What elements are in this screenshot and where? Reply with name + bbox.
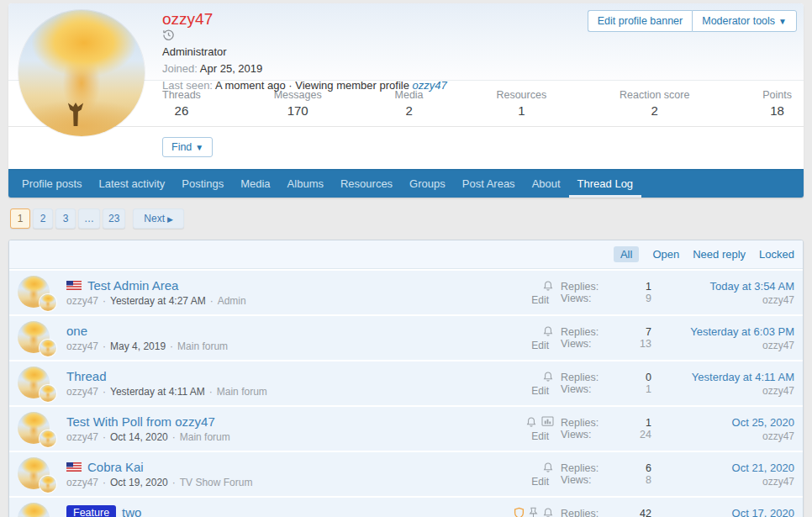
thread-stats: Replies:7 Views:13 [561, 326, 651, 350]
tab-albums[interactable]: Albums [279, 169, 332, 198]
page-ellipsis[interactable]: … [78, 208, 100, 229]
page-button-1[interactable]: 1 [10, 208, 30, 229]
edit-thread-link[interactable]: Edit [531, 385, 554, 397]
profile-head-info: ozzy47 Administrator Joined: Apr 25, 201… [162, 10, 447, 92]
thread-avatar[interactable] [18, 367, 58, 400]
stat-points[interactable]: Points 18 [762, 89, 792, 118]
find-button[interactable]: Find▼ [162, 137, 213, 157]
thread-forum[interactable]: Admin [218, 295, 246, 307]
thread-forum[interactable]: Main forum [180, 431, 230, 443]
thread-stats: Replies:6 Views:8 [561, 462, 651, 486]
thread-avatar[interactable] [18, 321, 58, 355]
thread-forum[interactable]: TV Show Forum [180, 477, 253, 488]
filter-need-reply[interactable]: Need reply [693, 248, 746, 261]
thread-meta: ozzy47·Yesterday at 4:27 AM·Admin [66, 295, 505, 307]
thread-title-link[interactable]: one [66, 324, 87, 338]
thread-author[interactable]: ozzy47 [66, 431, 98, 443]
last-post-date-link[interactable]: Today at 3:54 AM [651, 280, 794, 293]
thread-avatar[interactable] [18, 503, 58, 517]
thread-title-link[interactable]: Cobra Kai [87, 460, 144, 474]
thread-row: Feature two ozzy47·May 18, 2019·Main for… [9, 496, 803, 517]
last-post-date-link[interactable]: Yesterday at 4:11 AM [651, 371, 794, 383]
mini-avatar [40, 385, 56, 402]
thread-author[interactable]: ozzy47 [66, 386, 98, 398]
thread-main: Feature two ozzy47·May 18, 2019·Main for… [58, 505, 505, 517]
avatar[interactable] [18, 10, 145, 136]
bell-icon[interactable] [525, 416, 537, 428]
thread-stats: Replies:1 Views:24 [561, 417, 651, 441]
bell-icon[interactable] [542, 462, 554, 473]
tab-postings[interactable]: Postings [173, 169, 232, 198]
tab-latest-activity[interactable]: Latest activity [91, 169, 174, 198]
edit-thread-link[interactable]: Edit [531, 294, 554, 306]
thread-forum[interactable]: Main forum [177, 340, 228, 352]
replies-count: 42 [640, 508, 651, 517]
bell-icon[interactable] [542, 280, 554, 292]
tab-media[interactable]: Media [232, 169, 278, 198]
thread-last-post: Oct 25, 2020 ozzy47 [651, 416, 794, 442]
last-seen-line: Last seen: A moment ago · Viewing member… [162, 79, 447, 92]
bell-icon[interactable] [542, 507, 554, 517]
moderator-tools-button[interactable]: Moderator tools▼ [692, 10, 797, 32]
tab-groups[interactable]: Groups [401, 169, 454, 198]
thread-author[interactable]: ozzy47 [66, 295, 98, 307]
last-post-date-link[interactable]: Yesterday at 6:03 PM [651, 325, 794, 338]
edit-thread-link[interactable]: Edit [531, 430, 554, 442]
edit-profile-banner-button[interactable]: Edit profile banner [588, 10, 692, 32]
stat-reaction-score[interactable]: Reaction score 2 [620, 89, 689, 118]
thread-forum[interactable]: Main forum [217, 386, 267, 398]
thread-author[interactable]: ozzy47 [66, 340, 98, 352]
thread-title-link[interactable]: Thread [66, 369, 107, 383]
views-count: 1 [646, 383, 651, 395]
thread-date[interactable]: Oct 19, 2020 [110, 477, 168, 488]
pagination-top: 1 2 3 … 23 Next▶ [10, 208, 802, 229]
thread-date[interactable]: Oct 14, 2020 [110, 431, 168, 443]
edit-thread-link[interactable]: Edit [531, 476, 554, 488]
filter-open[interactable]: Open [652, 248, 679, 261]
user-role: Administrator [162, 45, 447, 58]
mini-avatar [40, 430, 56, 447]
thread-title-link[interactable]: Test With Poll from ozzy47 [66, 414, 215, 429]
thread-date[interactable]: Yesterday at 4:11 AM [110, 386, 205, 398]
page-button-3[interactable]: 3 [55, 208, 76, 229]
thread-row: Test With Poll from ozzy47 ozzy47·Oct 14… [9, 405, 803, 451]
last-post-author[interactable]: ozzy47 [651, 294, 794, 306]
bell-icon[interactable] [542, 325, 554, 337]
tab-profile-posts[interactable]: Profile posts [13, 169, 91, 198]
last-post-date-link[interactable]: Oct 25, 2020 [651, 416, 794, 429]
stat-resources[interactable]: Resources 1 [496, 89, 546, 118]
tab-resources[interactable]: Resources [332, 169, 401, 198]
next-page-button[interactable]: Next▶ [133, 208, 184, 229]
thread-avatar[interactable] [18, 276, 58, 309]
thread-date[interactable]: May 4, 2019 [110, 340, 166, 352]
bell-icon[interactable] [542, 371, 554, 382]
last-post-author[interactable]: ozzy47 [651, 385, 794, 397]
tab-about[interactable]: About [524, 169, 569, 198]
thread-title-link[interactable]: two [122, 505, 141, 517]
thread-last-post: Oct 21, 2020 ozzy47 [651, 462, 794, 488]
last-post-date-link[interactable]: Oct 21, 2020 [651, 462, 794, 474]
stat-media[interactable]: Media 2 [395, 89, 424, 118]
stat-messages[interactable]: Messages 170 [274, 89, 322, 118]
tab-thread-log[interactable]: Thread Log [569, 169, 642, 198]
thread-filter-bar: All Open Need reply Locked [9, 240, 803, 269]
filter-all[interactable]: All [614, 246, 639, 262]
thread-avatar[interactable] [18, 412, 58, 446]
stat-threads[interactable]: Threads 26 [162, 89, 201, 118]
last-post-date-link[interactable]: Oct 17, 2020 [651, 507, 794, 517]
thread-title-link[interactable]: Test Admin Area [87, 278, 178, 293]
viewing-profile-link[interactable]: ozzy47 [413, 79, 447, 92]
username-history-icon[interactable] [162, 29, 447, 41]
replies-count: 6 [646, 462, 651, 474]
last-post-author[interactable]: ozzy47 [651, 430, 794, 442]
edit-thread-link[interactable]: Edit [531, 340, 554, 351]
thread-date[interactable]: Yesterday at 4:27 AM [110, 295, 206, 307]
last-post-author[interactable]: ozzy47 [651, 340, 794, 351]
last-post-author[interactable]: ozzy47 [651, 476, 794, 488]
tab-post-areas[interactable]: Post Areas [454, 169, 524, 198]
thread-author[interactable]: ozzy47 [66, 477, 98, 488]
page-button-23[interactable]: 23 [103, 208, 125, 229]
thread-avatar[interactable] [18, 457, 58, 491]
filter-locked[interactable]: Locked [759, 248, 794, 261]
page-button-2[interactable]: 2 [33, 208, 53, 229]
